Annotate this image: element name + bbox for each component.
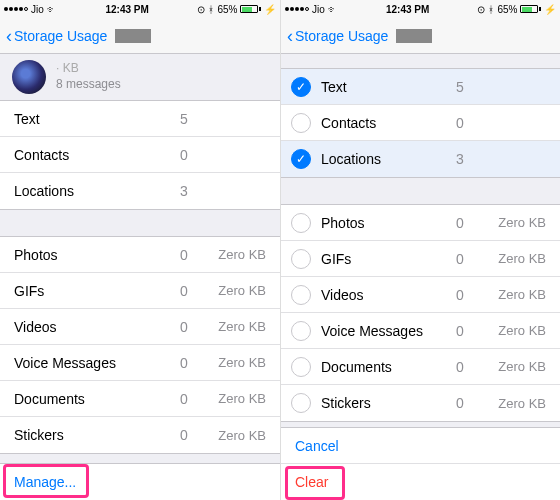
avatar (12, 60, 46, 94)
select-row-voice[interactable]: Voice Messages0Zero KB (281, 313, 560, 349)
cancel-button[interactable]: Cancel (295, 438, 339, 454)
checkbox-off-icon[interactable] (291, 357, 311, 377)
back-button[interactable]: Storage Usage (14, 28, 107, 44)
row-voice: Voice Messages0Zero KB (0, 345, 280, 381)
row-stickers: Stickers0Zero KB (0, 417, 280, 453)
contact-header: · KB 8 messages (0, 54, 280, 100)
screen-storage-detail: Jio ᯤ 12:43 PM ⊙ ᚼ 65% ⚡ ‹ Storage Usage… (0, 0, 280, 500)
select-row-documents[interactable]: Documents0Zero KB (281, 349, 560, 385)
battery-icon (240, 5, 261, 13)
checkbox-on-icon[interactable]: ✓ (291, 149, 311, 169)
select-row-text[interactable]: ✓ Text 5 (281, 69, 560, 105)
select-row-gifs[interactable]: GIFs0Zero KB (281, 241, 560, 277)
row-text: Text 5 (0, 101, 280, 137)
header-size: · KB (56, 61, 121, 77)
wifi-icon: ᯤ (328, 4, 338, 15)
select-row-stickers[interactable]: Stickers0Zero KB (281, 385, 560, 421)
select-row-locations[interactable]: ✓ Locations 3 (281, 141, 560, 177)
checkbox-off-icon[interactable] (291, 213, 311, 233)
battery-pct: 65% (497, 4, 517, 15)
checkbox-off-icon[interactable] (291, 113, 311, 133)
checkbox-off-icon[interactable] (291, 285, 311, 305)
carrier-label: Jio (31, 4, 44, 15)
back-button[interactable]: Storage Usage (295, 28, 388, 44)
signal-dots-icon (285, 7, 309, 11)
clock: 12:43 PM (105, 4, 148, 15)
signal-dots-icon (4, 7, 28, 11)
nav-bar: ‹ Storage Usage (281, 18, 560, 54)
screen-manage-selection: Jio ᯤ 12:43 PM ⊙ ᚼ 65% ⚡ ‹ Storage Usage… (280, 0, 560, 500)
row-locations: Locations 3 (0, 173, 280, 209)
battery-icon (520, 5, 541, 13)
row-documents: Documents0Zero KB (0, 381, 280, 417)
carrier-label: Jio (312, 4, 325, 15)
contact-name-redacted (396, 29, 432, 43)
back-chevron-icon[interactable]: ‹ (287, 27, 293, 45)
select-row-contacts[interactable]: Contacts 0 (281, 105, 560, 141)
row-contacts: Contacts 0 (0, 137, 280, 173)
counts-section: Text 5 Contacts 0 Locations 3 (0, 100, 280, 210)
contact-name-redacted (115, 29, 151, 43)
nav-bar: ‹ Storage Usage (0, 18, 280, 54)
select-row-videos[interactable]: Videos0Zero KB (281, 277, 560, 313)
checkbox-off-icon[interactable] (291, 321, 311, 341)
row-photos: Photos0Zero KB (0, 237, 280, 273)
manage-button[interactable]: Manage... (14, 474, 76, 490)
status-bar: Jio ᯤ 12:43 PM ⊙ ᚼ 65% ⚡ (281, 0, 560, 18)
row-label: Contacts (14, 147, 180, 163)
lock-icon: ⊙ (477, 4, 485, 15)
clear-button[interactable]: Clear (295, 474, 328, 490)
select-row-photos[interactable]: Photos0Zero KB (281, 205, 560, 241)
footer: Cancel Clear (281, 427, 560, 500)
status-bar: Jio ᯤ 12:43 PM ⊙ ᚼ 65% ⚡ (0, 0, 280, 18)
charging-icon: ⚡ (544, 4, 556, 15)
row-label: Text (14, 111, 180, 127)
checkbox-off-icon[interactable] (291, 249, 311, 269)
select-media-section: Photos0Zero KB GIFs0Zero KB Videos0Zero … (281, 204, 560, 422)
row-count: 5 (180, 111, 208, 127)
clock: 12:43 PM (386, 4, 429, 15)
header-messages: 8 messages (56, 77, 121, 93)
charging-icon: ⚡ (264, 4, 276, 15)
bluetooth-icon: ᚼ (488, 4, 494, 15)
select-counts-section: ✓ Text 5 Contacts 0 ✓ Locations 3 (281, 68, 560, 178)
checkbox-off-icon[interactable] (291, 393, 311, 413)
checkbox-on-icon[interactable]: ✓ (291, 77, 311, 97)
row-gifs: GIFs0Zero KB (0, 273, 280, 309)
media-section: Photos0Zero KB GIFs0Zero KB Videos0Zero … (0, 236, 280, 454)
bluetooth-icon: ᚼ (208, 4, 214, 15)
battery-pct: 65% (217, 4, 237, 15)
row-label: Locations (14, 183, 180, 199)
lock-icon: ⊙ (197, 4, 205, 15)
back-chevron-icon[interactable]: ‹ (6, 27, 12, 45)
wifi-icon: ᯤ (47, 4, 57, 15)
row-videos: Videos0Zero KB (0, 309, 280, 345)
footer: Manage... (0, 463, 280, 500)
row-count: 3 (180, 183, 208, 199)
row-count: 0 (180, 147, 208, 163)
